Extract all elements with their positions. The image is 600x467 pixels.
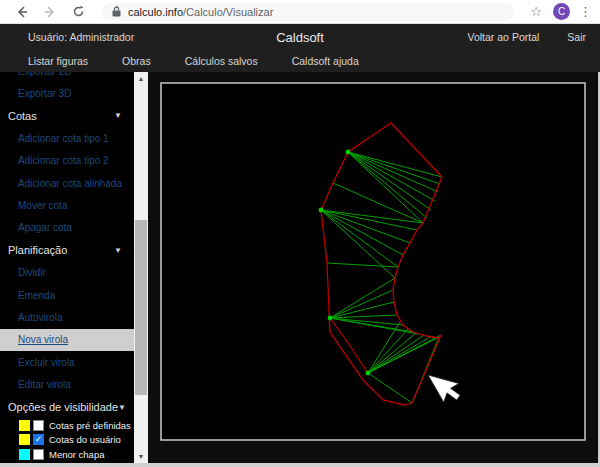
checkbox-cotas-do-usuario[interactable]: ✓ <box>33 434 44 445</box>
url-text: calculo.info/Calculo/Visualizar <box>128 6 273 18</box>
section-label: Opções de visibilidade <box>8 401 118 413</box>
nav-item-obras[interactable]: Obras <box>122 55 151 67</box>
flat-pattern-drawing <box>148 72 600 467</box>
browser-menu-icon[interactable]: ⋮ <box>579 4 592 19</box>
color-swatch <box>19 434 30 445</box>
window-edge-bottom <box>0 463 600 467</box>
reload-icon[interactable] <box>70 4 86 20</box>
header-link-voltar-ao-portal[interactable]: Voltar ao Portal <box>468 31 540 43</box>
section-label: Cotas <box>8 110 37 122</box>
sidebar-item-adicionar-cota-alinhada[interactable]: Adicionar cota alinhada <box>0 172 134 194</box>
chevron-down-icon: ▼ <box>114 246 122 255</box>
visibility-option-menor-chapa: Menor chapa <box>0 447 134 461</box>
nav-item-listar-figuras[interactable]: Listar figuras <box>28 55 88 67</box>
sidebar-item-excluir-virola[interactable]: Excluir virola <box>0 351 134 373</box>
sidebar-item-exportar-3d[interactable]: Exportar 3D <box>0 82 134 104</box>
color-swatch <box>19 449 30 460</box>
nav-item-calculos-salvos[interactable]: Cálculos salvos <box>185 55 258 67</box>
sidebar-item-autovirola[interactable]: Autovirola <box>0 306 134 328</box>
nav-item-caldsoft-ajuda[interactable]: Caldsoft ajuda <box>292 55 359 67</box>
forward-icon[interactable] <box>42 4 58 20</box>
content: Exportar 2DExportar 3DCotas▼Adicionar co… <box>0 72 600 467</box>
checkbox-cotas-pre-definidas[interactable] <box>33 420 44 431</box>
address-bar[interactable]: calculo.info/Calculo/Visualizar <box>102 3 514 21</box>
lock-icon <box>112 6 121 17</box>
browser-toolbar: calculo.info/Calculo/Visualizar ☆ C ⋮ <box>0 0 600 24</box>
sidebar-item-emenda[interactable]: Emenda <box>0 284 134 306</box>
fan-origin-point <box>319 208 324 213</box>
scroll-down-icon[interactable]: ▼ <box>134 450 148 463</box>
sidebar-list: Exportar 2DExportar 3DCotas▼Adicionar co… <box>0 72 134 463</box>
visibility-option-cotas-pre-definidas: Cotas pré definidas <box>0 418 134 432</box>
option-label: Cotas do usuário <box>49 434 121 445</box>
sidebar-item-exportar-2d[interactable]: Exportar 2D <box>0 72 134 82</box>
chevron-down-icon: ▼ <box>118 403 126 412</box>
visibility-option-cotas-do-usuario: ✓Cotas do usuário <box>0 433 134 447</box>
checkbox-menor-chapa[interactable] <box>33 449 44 460</box>
bookmark-star-icon[interactable]: ☆ <box>530 4 542 19</box>
fan-origin-point <box>366 371 371 376</box>
sidebar-item-nova-virola[interactable]: Nova virola <box>0 329 134 351</box>
section-label: Planificação <box>8 244 67 256</box>
header-link-sair[interactable]: Sair <box>567 31 586 43</box>
fan-origin-point <box>328 316 333 321</box>
sidebar-item-editar-virola[interactable]: Editar virola <box>0 373 134 395</box>
canvas-border <box>161 83 585 440</box>
option-label: Cotas pré definidas <box>49 420 131 431</box>
sidebar-section-planificacao[interactable]: Planificação▼ <box>0 239 134 261</box>
header-links: Voltar ao PortalSair <box>468 31 586 43</box>
profile-avatar[interactable]: C <box>553 3 570 20</box>
sidebar: Exportar 2DExportar 3DCotas▼Adicionar co… <box>0 72 134 463</box>
color-swatch <box>19 420 30 431</box>
sidebar-item-mover-cota[interactable]: Mover cota <box>0 194 134 216</box>
sidebar-section-opcoes-de-visibilidade[interactable]: Opções de visibilidade▼ <box>0 396 134 418</box>
app-navbar: Listar figurasObrasCálculos salvosCaldso… <box>0 50 600 72</box>
sidebar-item-adicionar-cota-tipo-1[interactable]: Adicionar cota tipo 1 <box>0 127 134 149</box>
sidebar-item-adicionar-cota-tipo-2[interactable]: Adicionar cota tipo 2 <box>0 150 134 172</box>
sidebar-scrollbar[interactable]: ▲ ▼ <box>134 72 148 463</box>
page-title: Caldsoft <box>276 30 324 45</box>
back-icon[interactable] <box>14 4 30 20</box>
scrollbar-thumb[interactable] <box>135 220 147 395</box>
fan-origin-point <box>346 150 351 155</box>
drawing-canvas[interactable] <box>148 72 600 467</box>
sidebar-item-apagar-cota[interactable]: Apagar cota <box>0 217 134 239</box>
sidebar-item-dividir[interactable]: Dividir <box>0 262 134 284</box>
sidebar-section-cotas[interactable]: Cotas▼ <box>0 105 134 127</box>
chevron-down-icon: ▼ <box>114 111 122 120</box>
option-label: Menor chapa <box>49 449 104 460</box>
app-header: Usuário: Administrador Caldsoft Voltar a… <box>0 24 600 50</box>
user-label: Usuário: Administrador <box>28 31 134 43</box>
scroll-up-icon[interactable]: ▲ <box>134 72 148 85</box>
